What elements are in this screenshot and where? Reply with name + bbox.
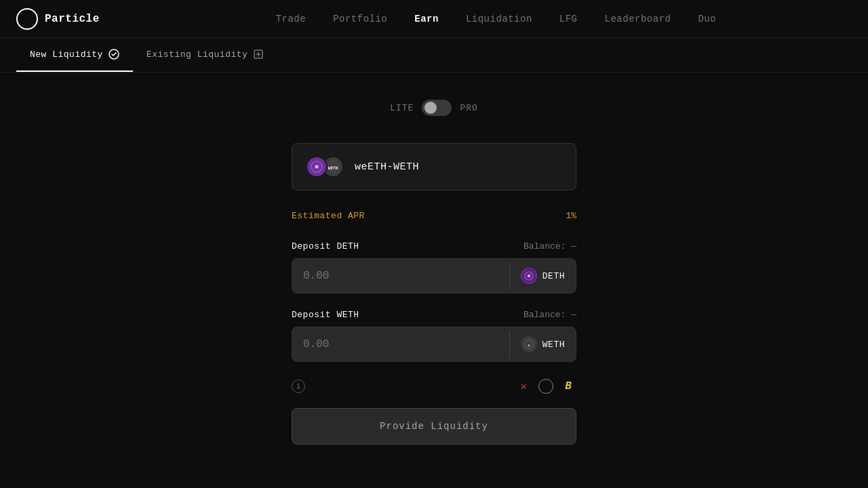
nav-item-duo[interactable]: Duo	[698, 14, 716, 24]
weth-token-name: WETH	[542, 340, 565, 350]
tab-existing-liquidity-label: Existing Liquidity	[146, 49, 248, 60]
svg-point-9	[528, 275, 530, 277]
nav-item-portfolio[interactable]: Portfolio	[333, 14, 387, 24]
svg-point-4	[315, 165, 318, 168]
tab-new-liquidity[interactable]: New Liquidity	[16, 38, 133, 72]
pair-icon-weeth	[306, 156, 328, 178]
header: Particle Trade Portfolio Earn Liquidatio…	[0, 0, 868, 38]
deposit-deth-input-row: DETH	[292, 258, 576, 293]
deposit-weth-section: Deposit WETH Balance: — W WETH	[292, 310, 576, 362]
logo-icon	[16, 8, 38, 30]
new-liquidity-check-icon	[108, 49, 119, 60]
nav-item-earn[interactable]: Earn	[414, 14, 439, 24]
nav-item-trade[interactable]: Trade	[276, 14, 307, 24]
toggle-knob	[425, 102, 437, 114]
protocol-circle-icon[interactable]	[538, 379, 553, 394]
apr-label: Estimated APR	[292, 211, 365, 221]
apr-value: 1%	[566, 211, 576, 221]
deposit-deth-label: Deposit DETH	[292, 241, 359, 251]
lite-pro-toggle-row: LITE PRO	[390, 100, 478, 116]
provide-liquidity-button[interactable]: Provide Liquidity	[292, 408, 576, 445]
deth-token-name: DETH	[542, 271, 565, 281]
logo-text: Particle	[45, 13, 100, 25]
pair-icons: WETH	[306, 156, 344, 178]
deposit-deth-input[interactable]	[292, 259, 509, 293]
deth-icon	[521, 268, 537, 284]
tab-new-liquidity-label: New Liquidity	[30, 49, 103, 60]
deposit-deth-balance: Balance: —	[524, 241, 576, 251]
deposit-deth-header: Deposit DETH Balance: —	[292, 241, 576, 251]
deposit-deth-section: Deposit DETH Balance: — DETH	[292, 241, 576, 293]
deposit-weth-input[interactable]	[292, 327, 509, 361]
deposit-weth-header: Deposit WETH Balance: —	[292, 310, 576, 320]
nav-item-leaderboard[interactable]: Leaderboard	[605, 14, 671, 24]
protocol-b-icon[interactable]: B	[560, 378, 576, 394]
lite-label: LITE	[390, 103, 414, 113]
protocol-x-icon[interactable]: ✕	[515, 378, 532, 394]
main-content: LITE PRO WETH weETH-WETH	[0, 73, 868, 472]
existing-liquidity-icon	[253, 49, 264, 60]
svg-text:WETH: WETH	[328, 165, 338, 170]
pair-name: weETH-WETH	[355, 161, 419, 173]
info-icon[interactable]: i	[292, 380, 305, 393]
weth-token-badge: W WETH	[509, 331, 576, 358]
deposit-weth-input-row: W WETH	[292, 327, 576, 362]
deposit-weth-balance: Balance: —	[524, 310, 576, 320]
pro-label: PRO	[460, 103, 477, 113]
lite-pro-toggle[interactable]	[422, 100, 452, 116]
apr-row: Estimated APR 1%	[292, 211, 576, 221]
weth-icon: W	[521, 336, 537, 352]
deposit-weth-label: Deposit WETH	[292, 310, 359, 320]
pair-selector[interactable]: WETH weETH-WETH	[292, 143, 576, 190]
deth-token-badge: DETH	[509, 262, 576, 289]
info-row: i ✕ B	[292, 378, 576, 394]
logo-area: Particle	[16, 8, 100, 30]
protocol-icons: ✕ B	[515, 378, 576, 394]
tab-existing-liquidity[interactable]: Existing Liquidity	[133, 38, 277, 72]
nav-item-liquidation[interactable]: Liquidation	[466, 14, 532, 24]
main-nav: Trade Portfolio Earn Liquidation LFG Lea…	[140, 14, 852, 24]
nav-item-lfg[interactable]: LFG	[559, 14, 578, 24]
tabs-bar: New Liquidity Existing Liquidity	[0, 38, 868, 73]
